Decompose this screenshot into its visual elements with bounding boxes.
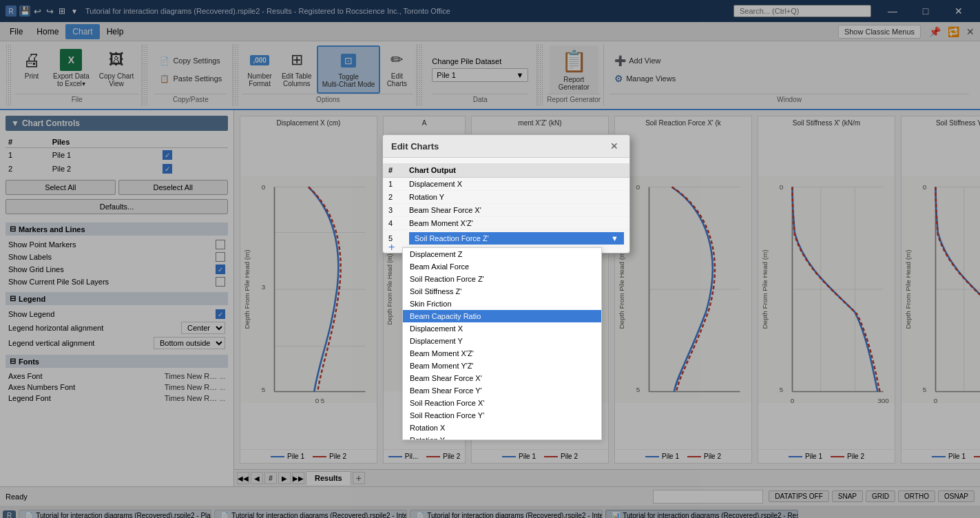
dropdown-item-1[interactable]: Beam Axial Force [403,260,601,273]
col-num-header: # [383,163,404,178]
chart-row-2[interactable]: 2 Rotation Y [383,191,629,204]
chart-row-1[interactable]: 1 Displacement X [383,178,629,191]
chart-num-1: 1 [383,178,404,191]
modal-close-button[interactable]: ✕ [607,139,621,153]
dropdown-item-10[interactable]: Beam Shear Force X' [403,372,601,384]
dropdown-item-2[interactable]: Soil Reaction Force Z' [403,273,601,285]
dropdown-item-9[interactable]: Beam Moment Y'Z' [403,360,601,372]
dropdown-item-3[interactable]: Soil Stiffness Z' [403,285,601,298]
chart-output-dropdown[interactable]: Displacement Z Beam Axial Force Soil Rea… [402,247,602,440]
chart-num-3: 3 [383,204,404,217]
dropdown-item-15[interactable]: Rotation Y [403,434,601,440]
modal-header: Edit Charts ✕ [383,135,629,158]
dropdown-item-7[interactable]: Displacement Y [403,335,601,347]
dropdown-item-14[interactable]: Rotation X [403,422,601,434]
dropdown-item-4[interactable]: Skin Friction [403,298,601,310]
modal-body: # Chart Output 1 Displacement X 2 Rotati… [383,158,629,253]
col-output-header: Chart Output [404,163,629,178]
chart-label-2: Rotation Y [404,191,629,204]
dropdown-chevron-icon: ▼ [611,234,618,242]
modal-title: Edit Charts [391,141,439,152]
dropdown-item-5[interactable]: Beam Capacity Ratio [403,310,601,322]
edit-charts-modal: Edit Charts ✕ # Chart Output 1 Displacem… [382,134,630,253]
dropdown-item-11[interactable]: Beam Shear Force Y' [403,384,601,397]
chart-num-2: 2 [383,191,404,204]
dropdown-item-0[interactable]: Displacement Z [403,248,601,260]
dropdown-item-13[interactable]: Soil Reaction Force Y' [403,409,601,422]
modal-overlay: Edit Charts ✕ # Chart Output 1 Displacem… [0,0,980,518]
selected-option-label: Soil Reaction Force Z' [415,234,489,242]
add-row-icon[interactable]: + [388,241,395,253]
chart-output-table: # Chart Output 1 Displacement X 2 Rotati… [383,163,629,247]
chart-label-1: Displacement X [404,178,629,191]
dropdown-item-12[interactable]: Soil Reaction Force X' [403,397,601,409]
chart-label-3: Beam Shear Force X' [404,204,629,217]
chart-row-5[interactable]: 5 Soil Reaction Force Z' ▼ [383,230,629,247]
dropdown-item-6[interactable]: Displacement X [403,322,601,335]
chart-label-5: Soil Reaction Force Z' ▼ [404,230,629,247]
chart-row-3[interactable]: 3 Beam Shear Force X' [383,204,629,217]
chart-dropdown-cell-5[interactable]: Soil Reaction Force Z' ▼ [409,232,624,245]
chart-num-4: 4 [383,217,404,230]
dropdown-item-8[interactable]: Beam Moment X'Z' [403,347,601,360]
chart-label-4: Beam Moment X'Z' [404,217,629,230]
chart-row-4[interactable]: 4 Beam Moment X'Z' [383,217,629,230]
